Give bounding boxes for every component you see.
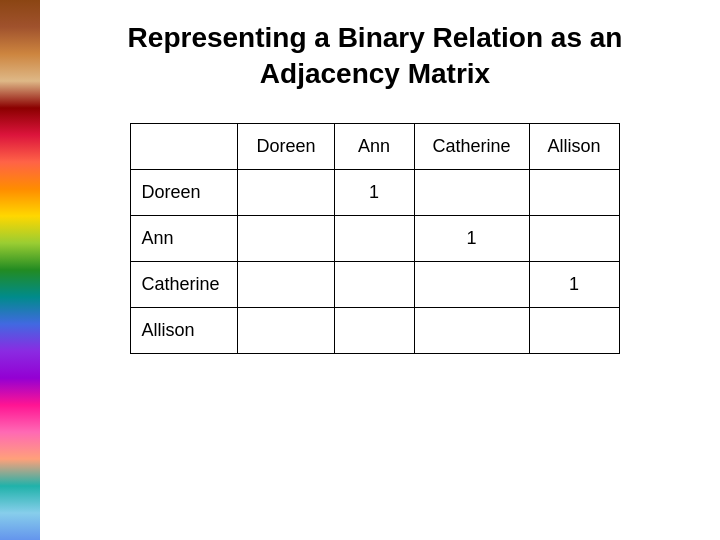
cell-ann-doreen (238, 215, 334, 261)
cell-allison-catherine (414, 307, 529, 353)
decorative-border (0, 0, 40, 540)
cell-allison-allison (529, 307, 619, 353)
cell-doreen-catherine (414, 169, 529, 215)
row-label-allison: Allison (131, 307, 238, 353)
table-row: Ann 1 (131, 215, 619, 261)
table-row: Allison (131, 307, 619, 353)
cell-ann-ann (334, 215, 414, 261)
title-line2: Adjacency Matrix (260, 58, 490, 89)
cell-allison-doreen (238, 307, 334, 353)
main-content: Representing a Binary Relation as an Adj… (40, 0, 720, 540)
cell-catherine-ann (334, 261, 414, 307)
cell-catherine-allison: 1 (529, 261, 619, 307)
cell-catherine-catherine (414, 261, 529, 307)
cell-ann-catherine: 1 (414, 215, 529, 261)
title-line1: Representing a Binary Relation as an (128, 22, 623, 53)
cell-doreen-allison (529, 169, 619, 215)
cell-catherine-doreen (238, 261, 334, 307)
corner-cell (131, 123, 238, 169)
table-row: Catherine 1 (131, 261, 619, 307)
col-header-allison: Allison (529, 123, 619, 169)
cell-allison-ann (334, 307, 414, 353)
col-header-catherine: Catherine (414, 123, 529, 169)
adjacency-matrix: Doreen Ann Catherine Allison Doreen 1 An… (130, 123, 619, 354)
cell-doreen-ann: 1 (334, 169, 414, 215)
cell-ann-allison (529, 215, 619, 261)
row-label-ann: Ann (131, 215, 238, 261)
matrix-container: Doreen Ann Catherine Allison Doreen 1 An… (60, 123, 690, 354)
page-title: Representing a Binary Relation as an Adj… (60, 20, 690, 93)
row-label-doreen: Doreen (131, 169, 238, 215)
table-row: Doreen 1 (131, 169, 619, 215)
cell-doreen-doreen (238, 169, 334, 215)
col-header-ann: Ann (334, 123, 414, 169)
col-header-doreen: Doreen (238, 123, 334, 169)
row-label-catherine: Catherine (131, 261, 238, 307)
